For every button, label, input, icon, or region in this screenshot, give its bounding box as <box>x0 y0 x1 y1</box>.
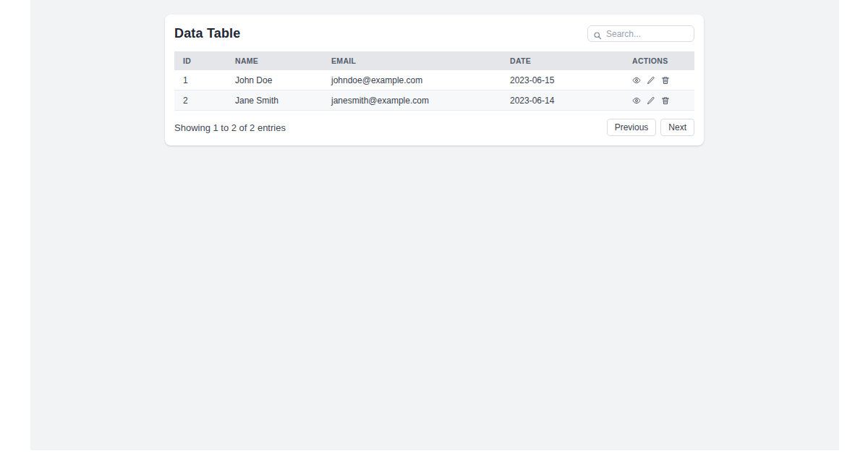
cell-actions <box>624 70 694 90</box>
column-header-name: NAME <box>226 51 323 70</box>
cell-date: 2023-06-14 <box>501 90 624 111</box>
eye-icon[interactable] <box>632 96 641 105</box>
cell-name: John Doe <box>226 70 323 90</box>
search-box <box>587 25 694 42</box>
cell-date: 2023-06-15 <box>501 70 624 90</box>
table-row: 2 Jane Smith janesmith@example.com 2023-… <box>174 90 694 111</box>
data-table-card: Data Table ID NAME EMAIL <box>165 14 704 145</box>
column-header-actions: ACTIONS <box>624 51 694 70</box>
pencil-icon[interactable] <box>647 96 655 105</box>
eye-icon[interactable] <box>632 76 641 85</box>
table-row: 1 John Doe johndoe@example.com 2023-06-1… <box>174 70 694 90</box>
search-input[interactable] <box>587 25 694 42</box>
table-header-row: ID NAME EMAIL DATE ACTIONS <box>174 51 694 70</box>
card-footer: Showing 1 to 2 of 2 entries Previous Nex… <box>174 119 694 136</box>
cell-id: 2 <box>174 90 226 111</box>
pagination: Previous Next <box>607 119 694 136</box>
column-header-id: ID <box>174 51 226 70</box>
entries-summary: Showing 1 to 2 of 2 entries <box>174 122 286 133</box>
card-header: Data Table <box>174 25 694 42</box>
search-icon <box>593 30 602 38</box>
previous-button[interactable]: Previous <box>607 119 657 136</box>
cell-id: 1 <box>174 70 226 90</box>
cell-email: janesmith@example.com <box>323 90 501 111</box>
data-table: ID NAME EMAIL DATE ACTIONS 1 John Doe jo… <box>174 51 694 111</box>
trash-icon[interactable] <box>661 76 670 85</box>
cell-email: johndoe@example.com <box>323 70 501 90</box>
pencil-icon[interactable] <box>647 76 655 85</box>
next-button[interactable]: Next <box>660 119 694 136</box>
trash-icon[interactable] <box>661 96 670 105</box>
column-header-date: DATE <box>501 51 624 70</box>
column-header-email: EMAIL <box>323 51 501 70</box>
cell-actions <box>624 90 694 111</box>
cell-name: Jane Smith <box>226 90 323 111</box>
page-background: Data Table ID NAME EMAIL <box>30 0 839 450</box>
page-title: Data Table <box>174 26 241 41</box>
